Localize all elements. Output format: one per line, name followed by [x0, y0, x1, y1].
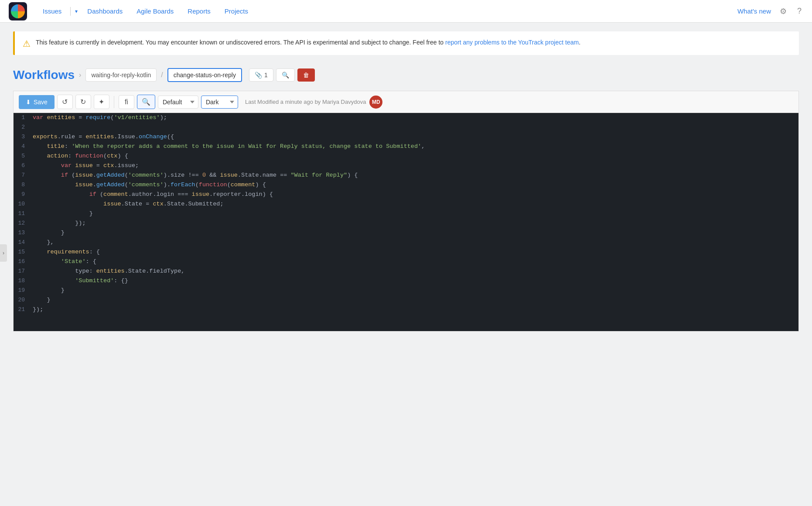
issues-dropdown-btn[interactable]: ▾	[72, 0, 80, 23]
paperclip-icon: 📎	[255, 72, 262, 79]
page-title: Workflows	[13, 68, 75, 82]
warning-link[interactable]: report any problems to the YouTrack proj…	[445, 39, 579, 46]
code-line-13: 13 }	[14, 228, 798, 238]
code-line-10: 10 issue.State = ctx.State.Submitted;	[14, 199, 798, 209]
attachments-btn[interactable]: 📎 1	[249, 68, 273, 82]
nav-projects[interactable]: Projects	[218, 0, 255, 23]
nav-reports[interactable]: Reports	[181, 0, 218, 23]
attachment-count: 1	[264, 72, 268, 79]
redo-button[interactable]: ↻	[75, 95, 91, 109]
code-line-11: 11 }	[14, 209, 798, 219]
delete-btn[interactable]: 🗑	[297, 68, 315, 82]
settings-icon-btn[interactable]: ⚙	[778, 5, 788, 18]
issues-label: Issues	[43, 7, 61, 15]
top-nav: Issues ▾ Dashboards Agile Boards Reports…	[0, 0, 812, 23]
theme-select-default[interactable]: Default Darcula Monokai	[158, 96, 198, 109]
code-line-16: 16 'State': {	[14, 257, 798, 267]
code-line-15: 15 requirements: {	[14, 247, 798, 257]
wand-button[interactable]: ✦	[94, 95, 109, 109]
editor-container: ⬇ Save ↺ ↻ ✦ fi 🔍 Default Darcula Monoka…	[13, 91, 799, 332]
code-line-5: 5 action: function(ctx) {	[14, 151, 798, 161]
code-line-20: 20 }	[14, 295, 798, 305]
breadcrumb-current[interactable]: change-status-on-reply	[167, 68, 242, 82]
breadcrumb-parent[interactable]: waiting-for-reply-kotlin	[85, 68, 157, 82]
search-btn[interactable]: 🔍	[276, 68, 295, 82]
warning-text-2: .	[579, 39, 580, 46]
code-line-21: 21 });	[14, 305, 798, 315]
warning-banner: ⚠ This feature is currently in developme…	[13, 31, 799, 55]
find-button[interactable]: 🔍	[137, 95, 155, 109]
code-editor[interactable]: 1 var entities = require('v1/entities');…	[14, 113, 798, 331]
save-button[interactable]: ⬇ Save	[19, 95, 55, 109]
warning-icon: ⚠	[23, 38, 31, 49]
sidebar-toggle[interactable]: ›	[0, 244, 7, 262]
modified-text: Last Modified a minute ago by Mariya Dav…	[245, 99, 366, 105]
code-line-18: 18 'Submitted': {}	[14, 276, 798, 286]
code-line-17: 17 type: entities.State.fieldType,	[14, 267, 798, 276]
undo-button[interactable]: ↺	[57, 95, 73, 109]
code-line-2: 2	[14, 123, 798, 132]
code-line-14: 14 },	[14, 238, 798, 247]
code-line-9: 9 if (comment.author.login === issue.rep…	[14, 190, 798, 199]
code-line-6: 6 var issue = ctx.issue;	[14, 161, 798, 171]
search-icon: 🔍	[282, 72, 289, 79]
code-line-3: 3 exports.rule = entities.Issue.onChange…	[14, 132, 798, 142]
code-line-12: 12 });	[14, 219, 798, 228]
logo[interactable]	[9, 2, 27, 21]
code-line-4: 4 title: 'When the reporter adds a comme…	[14, 142, 798, 151]
whats-new-link[interactable]: What's new	[737, 7, 771, 15]
workflows-header: Workflows › waiting-for-reply-kotlin / c…	[13, 64, 799, 86]
code-line-8: 8 issue.getAdded('comments').forEach(fun…	[14, 180, 798, 190]
nav-dashboards[interactable]: Dashboards	[80, 0, 130, 23]
editor-toolbar: ⬇ Save ↺ ↻ ✦ fi 🔍 Default Darcula Monoka…	[14, 91, 798, 113]
warning-text-1: This feature is currently in development…	[36, 39, 445, 46]
breadcrumb-slash: /	[161, 71, 163, 79]
help-icon-btn[interactable]: ?	[795, 5, 803, 17]
code-line-7: 7 if (issue.getAdded('comments').size !=…	[14, 171, 798, 180]
nav-agile-boards[interactable]: Agile Boards	[130, 0, 181, 23]
save-download-icon: ⬇	[26, 99, 31, 106]
nav-issues[interactable]: Issues	[36, 0, 68, 23]
avatar: MD	[369, 96, 382, 109]
theme-select-dark[interactable]: Dark Light Default	[201, 96, 238, 109]
trash-icon: 🗑	[303, 72, 309, 79]
breadcrumb-arrow-icon: ›	[79, 71, 81, 79]
code-line-19: 19 }	[14, 286, 798, 295]
code-line-1: 1 var entities = require('v1/entities');	[14, 113, 798, 123]
font-button[interactable]: fi	[119, 95, 134, 109]
